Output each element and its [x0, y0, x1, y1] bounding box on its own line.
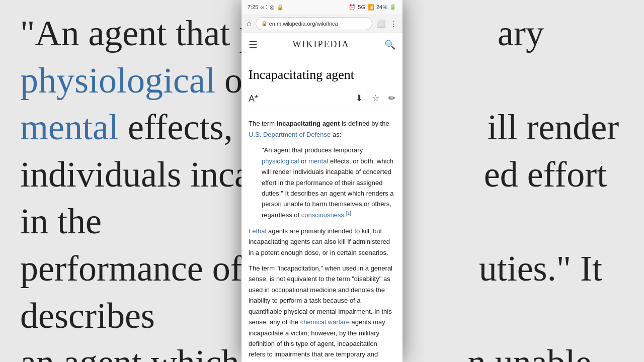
status-location-icon: ◎	[270, 4, 275, 11]
article-action-icons: ⬇ ☆ ✏	[356, 92, 395, 105]
status-right: ⏰ 5G 📶 24% 🔋	[349, 4, 396, 11]
wiki-search-button[interactable]: 🔍	[384, 39, 395, 50]
bold-incapacitating-agent: incapacitating agent	[277, 120, 340, 127]
status-left: 7:25 ∞ ⁚ ◎ 🔒	[248, 4, 284, 11]
edit-button[interactable]: ✏	[388, 92, 395, 105]
article-actions: A* ⬇ ☆ ✏	[249, 92, 395, 112]
download-button[interactable]: ⬇	[356, 92, 363, 105]
article-body: The term incapacitating agent is defined…	[249, 118, 395, 362]
translate-button[interactable]: A*	[249, 92, 258, 106]
wiki-logo-text: Wikipedia	[293, 39, 350, 50]
status-battery: 24%	[376, 4, 387, 10]
status-signal-icon: 📶	[367, 4, 374, 11]
more-options-icon[interactable]: ⋮	[390, 19, 397, 28]
star-button[interactable]: ☆	[372, 92, 379, 105]
lethal-link[interactable]: Lethal	[249, 227, 266, 235]
wiki-logo: Wikipedia	[293, 39, 350, 50]
browser-action-icons: ⬜ ⋮	[376, 19, 397, 28]
chemical-warfare-link[interactable]: chemical warfare	[300, 318, 350, 326]
address-bar: ⌂ 🔒 en.m.wikipedia.org/wiki/Inca ⬜ ⋮	[242, 14, 403, 33]
status-bar: 7:25 ∞ ⁚ ◎ 🔒 ⏰ 5G 📶 24% 🔋	[242, 0, 403, 14]
ref-1[interactable]: [1]	[346, 211, 351, 216]
url-text: en.m.wikipedia.org/wiki/Inca	[269, 21, 338, 27]
us-dod-link[interactable]: U.S. Department of Defense	[249, 131, 331, 138]
lethal-paragraph: Lethal agents are primarily intended to …	[249, 226, 395, 258]
url-field[interactable]: 🔒 en.m.wikipedia.org/wiki/Inca	[256, 17, 372, 30]
status-dots: ∞ ⁚	[260, 4, 268, 11]
tab-switcher-icon[interactable]: ⬜	[376, 19, 386, 28]
secure-icon: 🔒	[261, 21, 267, 26]
blockquote-text: "An agent that produces temporary physio…	[262, 145, 395, 220]
status-lock-icon: 🔒	[277, 4, 284, 11]
status-signal: 5G	[358, 4, 365, 10]
status-battery-icon: 🔋	[389, 4, 396, 11]
article-intro-paragraph: The term incapacitating agent is defined…	[249, 118, 395, 140]
status-alarm-icon: ⏰	[349, 4, 356, 11]
bg-mental-link: mental	[20, 107, 119, 147]
consciousness-link[interactable]: consciousness	[301, 211, 344, 219]
phone-frame: 7:25 ∞ ⁚ ◎ 🔒 ⏰ 5G 📶 24% 🔋 ⌂ 🔒 en.m.wikip…	[242, 0, 403, 362]
status-time: 7:25	[248, 4, 258, 10]
article-content[interactable]: Incapacitating agent A* ⬇ ☆ ✏ The term i…	[242, 56, 403, 362]
incapacitation-term-paragraph: The term "incapacitation," when used in …	[249, 263, 395, 362]
wiki-navbar: ☰ Wikipedia 🔍	[242, 33, 403, 56]
article-title: Incapacitating agent	[249, 64, 395, 85]
physiological-link[interactable]: physiological	[262, 157, 299, 165]
bg-physiological-link: physiological	[20, 60, 215, 101]
home-button[interactable]: ⌂	[247, 19, 252, 28]
mental-link[interactable]: mental	[308, 157, 328, 165]
blockquote: "An agent that produces temporary physio…	[254, 145, 395, 220]
wiki-menu-button[interactable]: ☰	[249, 39, 258, 51]
